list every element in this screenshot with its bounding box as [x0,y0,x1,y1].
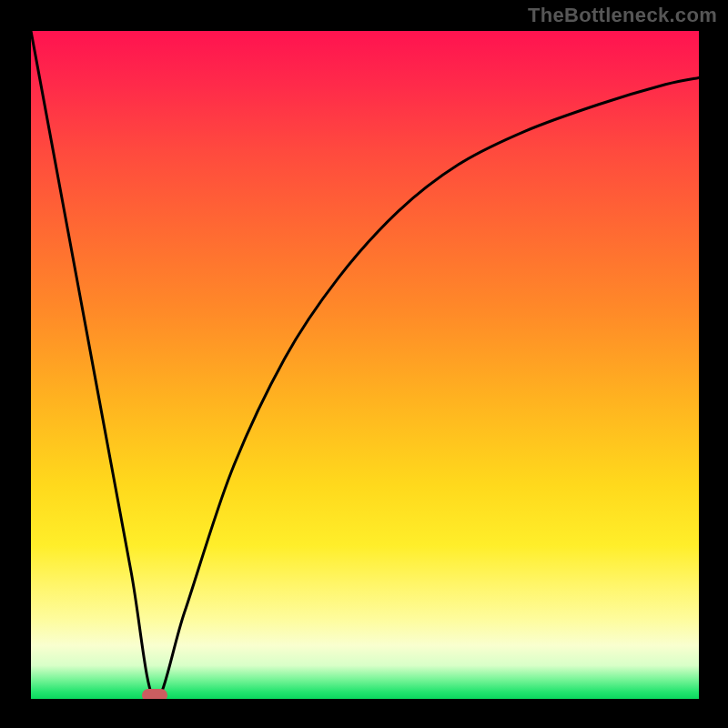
plot-area [31,31,699,699]
optimal-marker [142,689,167,699]
chart-area: TheBottleneck.com [0,0,728,728]
watermark-label: TheBottleneck.com [528,4,717,27]
bottleneck-curve [31,31,699,699]
